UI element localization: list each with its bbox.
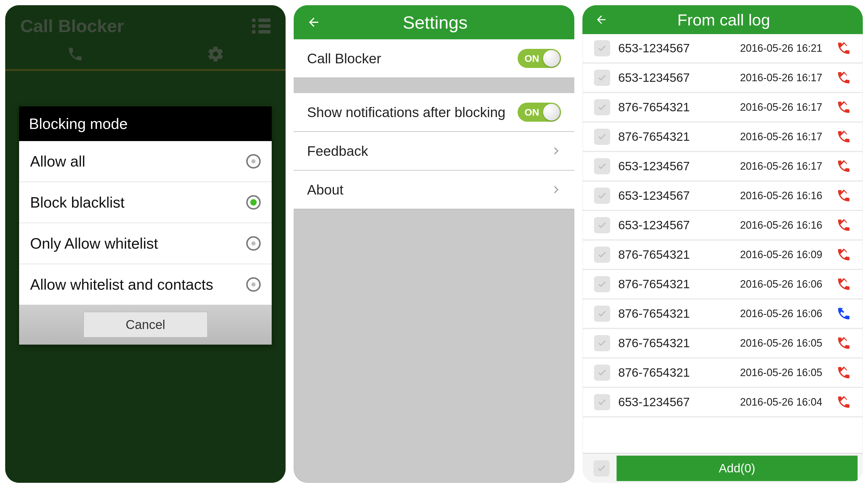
toggle-notifications[interactable]: ON — [518, 103, 561, 122]
call-type-icon — [836, 129, 851, 144]
select-all-checkbox[interactable] — [593, 460, 610, 477]
item-timestamp: 2016-05-26 16:04 — [740, 396, 822, 408]
call-type-icon — [836, 159, 851, 174]
item-checkbox[interactable] — [594, 305, 610, 322]
item-checkbox[interactable] — [594, 276, 610, 292]
incoming-call-icon — [836, 306, 851, 321]
item-timestamp: 2016-05-26 16:17 — [740, 160, 822, 172]
item-checkbox[interactable] — [594, 40, 610, 56]
call-type-icon — [836, 247, 851, 262]
item-checkbox[interactable] — [594, 99, 610, 116]
call-type-icon — [836, 70, 851, 85]
row-label: Show notifications after blocking — [307, 104, 505, 120]
row-label: Feedback — [307, 143, 368, 159]
missed-call-icon — [836, 218, 851, 233]
calllog-item[interactable]: 876-76543212016-05-26 16:06 — [582, 299, 863, 329]
calllog-item[interactable]: 653-12345672016-05-26 16:21 — [582, 34, 863, 64]
item-checkbox[interactable] — [594, 158, 610, 174]
item-number: 876-7654321 — [618, 366, 732, 380]
calllog-header: From call log — [582, 5, 863, 34]
radio-unselected[interactable] — [246, 236, 261, 251]
calllog-item[interactable]: 653-12345672016-05-26 16:16 — [582, 182, 863, 211]
check-icon — [597, 309, 607, 319]
row-call-blocker[interactable]: Call Blocker ON — [294, 39, 574, 78]
blocking-mode-option[interactable]: Block blacklist — [19, 182, 272, 223]
missed-call-icon — [836, 159, 851, 174]
check-icon — [597, 132, 607, 142]
blocking-mode-option[interactable]: Allow all — [19, 141, 272, 182]
call-type-icon — [836, 218, 851, 233]
radio-selected[interactable] — [246, 195, 261, 209]
item-checkbox[interactable] — [594, 188, 610, 204]
calllog-list[interactable]: 653-12345672016-05-26 16:21653-123456720… — [582, 34, 863, 453]
call-type-icon — [836, 188, 851, 203]
settings-title: Settings — [308, 12, 562, 33]
calllog-item[interactable]: 653-12345672016-05-26 16:04 — [582, 388, 863, 418]
calllog-item[interactable]: 876-76543212016-05-26 16:05 — [582, 358, 863, 388]
call-type-icon — [836, 306, 851, 321]
option-label: Allow all — [30, 153, 85, 170]
dialog-title: Blocking mode — [19, 106, 272, 141]
check-icon — [597, 191, 607, 201]
calllog-title: From call log — [595, 10, 852, 29]
calllog-item[interactable]: 653-12345672016-05-26 16:17 — [582, 64, 863, 93]
item-checkbox[interactable] — [594, 247, 610, 263]
calllog-item[interactable]: 876-76543212016-05-26 16:17 — [582, 123, 863, 152]
toggle-call-blocker[interactable]: ON — [518, 49, 561, 68]
check-icon — [597, 73, 607, 83]
toggle-knob — [543, 104, 560, 121]
check-icon — [597, 368, 607, 378]
item-checkbox[interactable] — [594, 364, 610, 381]
item-timestamp: 2016-05-26 16:17 — [740, 131, 822, 143]
missed-call-icon — [836, 336, 851, 351]
row-notifications[interactable]: Show notifications after blocking ON — [294, 93, 574, 132]
blocking-mode-dialog: Blocking mode Allow allBlock blacklistOn… — [19, 106, 272, 345]
screen-settings: Settings Call Blocker ON Show notificati… — [294, 5, 574, 483]
radio-unselected[interactable] — [246, 154, 261, 168]
item-checkbox[interactable] — [594, 217, 610, 233]
item-checkbox[interactable] — [594, 335, 610, 351]
calllog-item[interactable]: 653-12345672016-05-26 16:16 — [582, 211, 863, 240]
row-feedback[interactable]: Feedback — [294, 132, 574, 170]
settings-header: Settings — [294, 5, 574, 39]
missed-call-icon — [836, 70, 851, 85]
row-label: Call Blocker — [307, 51, 381, 66]
row-about[interactable]: About — [294, 170, 574, 209]
calllog-item[interactable]: 876-76543212016-05-26 16:09 — [582, 240, 863, 270]
cancel-button[interactable]: Cancel — [83, 312, 208, 338]
calllog-item[interactable]: 876-76543212016-05-26 16:06 — [582, 270, 863, 299]
missed-call-icon — [836, 129, 851, 144]
item-timestamp: 2016-05-26 16:21 — [740, 42, 822, 54]
missed-call-icon — [836, 247, 851, 262]
blocking-mode-option[interactable]: Allow whitelist and contacts — [19, 264, 272, 305]
item-timestamp: 2016-05-26 16:17 — [740, 72, 822, 84]
toggle-state-text: ON — [525, 107, 539, 118]
add-button[interactable]: Add(0) — [617, 456, 858, 481]
item-timestamp: 2016-05-26 16:06 — [740, 307, 822, 320]
check-icon — [597, 463, 607, 473]
item-number: 653-1234567 — [618, 218, 732, 232]
chevron-right-icon — [551, 143, 561, 159]
missed-call-icon — [836, 277, 851, 292]
item-checkbox[interactable] — [594, 129, 610, 145]
call-type-icon — [836, 41, 851, 56]
section-gap — [294, 78, 574, 93]
calllog-item[interactable]: 876-76543212016-05-26 16:17 — [582, 93, 863, 123]
item-timestamp: 2016-05-26 16:05 — [740, 366, 822, 379]
calllog-footer: Add(0) — [582, 453, 863, 483]
item-number: 653-1234567 — [618, 395, 732, 409]
call-type-icon — [836, 365, 851, 380]
item-checkbox[interactable] — [594, 70, 610, 86]
item-number: 876-7654321 — [618, 277, 732, 291]
item-timestamp: 2016-05-26 16:06 — [740, 278, 822, 290]
calllog-item[interactable]: 653-12345672016-05-26 16:17 — [582, 152, 863, 182]
item-timestamp: 2016-05-26 16:17 — [740, 101, 822, 113]
blocking-mode-option[interactable]: Only Allow whitelist — [19, 223, 272, 264]
chevron-right-icon — [551, 182, 561, 197]
item-number: 876-7654321 — [618, 307, 732, 321]
item-number: 876-7654321 — [618, 248, 732, 262]
calllog-item[interactable]: 876-76543212016-05-26 16:05 — [582, 329, 863, 358]
call-type-icon — [836, 100, 851, 115]
radio-unselected[interactable] — [246, 277, 261, 292]
item-checkbox[interactable] — [594, 394, 610, 410]
